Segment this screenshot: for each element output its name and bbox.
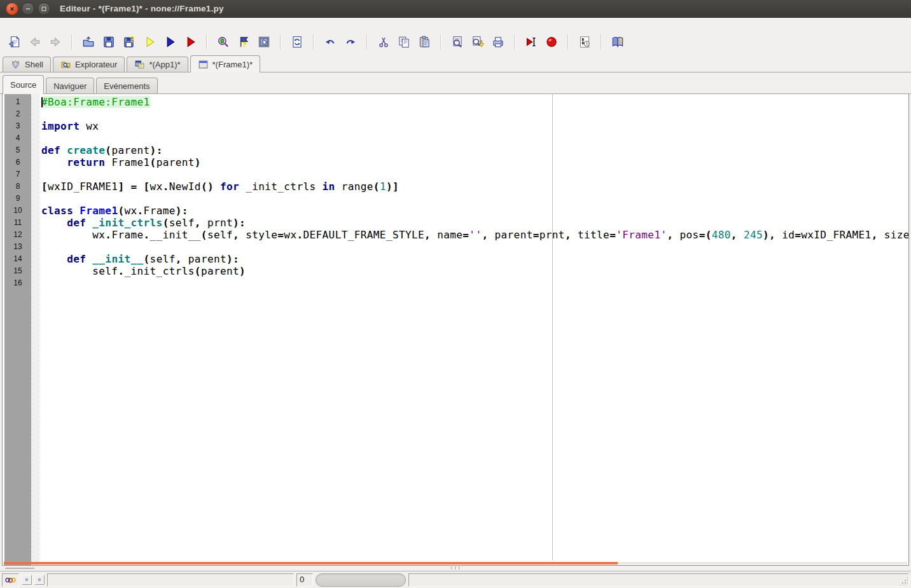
line-number: 16: [4, 277, 31, 289]
reload-icon: [290, 35, 304, 49]
tab-explorateur[interactable]: Explorateur: [53, 57, 125, 72]
help-button[interactable]: [609, 34, 626, 50]
line-number: 1: [4, 96, 31, 108]
toolbar-separator: [366, 34, 368, 50]
tab-label: Evénements: [104, 81, 150, 91]
open-button[interactable]: [80, 34, 97, 50]
tab-shell[interactable]: Shell: [3, 57, 51, 72]
check-source-button[interactable]: [141, 34, 158, 50]
todo-list-button[interactable]: [576, 34, 593, 50]
status-icon-panel: [2, 573, 19, 587]
toolbar-separator: [206, 34, 207, 50]
subtab-naviguer[interactable]: Naviguer: [46, 78, 94, 93]
run-application-button[interactable]: [162, 34, 178, 50]
explorer-icon: [60, 59, 71, 70]
print-button[interactable]: [490, 34, 506, 50]
sash-grip-icon: [0, 566, 911, 570]
redo-button[interactable]: [342, 34, 359, 50]
toolbar-separator: [567, 34, 569, 50]
redo-icon: [344, 35, 358, 49]
save-as-icon: [122, 35, 136, 49]
toggle-breakpoint-button[interactable]: [543, 34, 560, 50]
reload-button[interactable]: [289, 34, 305, 50]
forward-icon: [48, 35, 62, 49]
horizontal-scrollbar-thumb[interactable]: [4, 562, 618, 564]
code-line-12[interactable]: wx.Frame.__init__(self, style=wx.DEFAULT…: [41, 229, 908, 241]
window-maximize-button[interactable]: [38, 3, 50, 15]
find-again-icon: [471, 35, 485, 49]
run-module-button[interactable]: [182, 34, 198, 50]
copy-button[interactable]: [396, 34, 412, 50]
run-to-cursor-button[interactable]: [523, 34, 539, 50]
code-area[interactable]: #Boa:Frame:Frame1import wxdef create(par…: [39, 94, 908, 565]
debug-post-mortem-button[interactable]: [235, 34, 252, 50]
toggle-breakpoint-icon: [545, 35, 559, 49]
line-number: 6: [4, 156, 31, 168]
line-number: 8: [4, 181, 31, 193]
save-icon: [102, 35, 116, 49]
page-setup-button[interactable]: [6, 34, 23, 50]
code-editor[interactable]: 12345678910111213141516 #Boa:Frame:Frame…: [2, 94, 909, 566]
back-button[interactable]: [27, 34, 43, 50]
line-number-gutter: 12345678910111213141516: [4, 94, 31, 565]
code-line-4[interactable]: [41, 132, 908, 144]
tab-label: Source: [10, 80, 36, 90]
tab-frame1[interactable]: *(Frame1)*: [190, 55, 261, 72]
code-line-3[interactable]: import wx: [41, 120, 908, 132]
line-number: 4: [4, 132, 31, 144]
code-line-15[interactable]: self._init_ctrls(parent): [41, 265, 908, 277]
window-minimize-button[interactable]: [22, 3, 34, 15]
window-close-button[interactable]: [6, 3, 18, 15]
page-setup-icon: [8, 35, 22, 49]
find-again-button[interactable]: [469, 34, 486, 50]
toolbar-separator: [71, 34, 73, 50]
save-as-button[interactable]: [121, 34, 137, 50]
todo-list-icon: [578, 35, 592, 49]
code-line-1[interactable]: #Boa:Frame:Frame1: [41, 96, 908, 108]
code-line-16[interactable]: [41, 277, 908, 289]
forward-button[interactable]: [47, 34, 64, 50]
tab-label: *(Frame1)*: [212, 60, 253, 69]
debug-button[interactable]: [215, 34, 232, 50]
inspect-button[interactable]: [256, 34, 272, 50]
line-number: 10: [4, 205, 31, 217]
run-app-icon: [163, 35, 177, 49]
undo-button[interactable]: [322, 34, 338, 50]
status-next-button[interactable]: [34, 575, 45, 585]
code-line-13[interactable]: [41, 241, 908, 253]
cut-button[interactable]: [375, 34, 392, 50]
save-button[interactable]: [101, 34, 117, 50]
tab-label: *(App1)*: [149, 60, 180, 69]
code-line-11[interactable]: def _init_ctrls(self, prnt):: [41, 217, 908, 229]
tab-label: Naviguer: [53, 81, 87, 91]
run-module-icon: [183, 35, 197, 49]
code-line-9[interactable]: [41, 193, 908, 205]
tab-app1[interactable]: *(App1)*: [127, 57, 188, 72]
sash-splitter[interactable]: [0, 566, 911, 571]
subtab-source[interactable]: Source: [3, 75, 44, 94]
code-line-10[interactable]: class Frame1(wx.Frame):: [41, 205, 908, 217]
subtab-evenements[interactable]: Evénements: [96, 78, 157, 93]
cut-icon: [377, 35, 391, 49]
line-number: 3: [4, 120, 31, 132]
line-number: 11: [4, 217, 31, 229]
paste-button[interactable]: [416, 34, 433, 50]
toolbar-separator: [440, 34, 442, 50]
line-number: 12: [4, 229, 31, 241]
code-line-7[interactable]: [41, 168, 908, 181]
code-line-6[interactable]: return Frame1(parent): [41, 156, 908, 168]
status-prev-button[interactable]: [22, 575, 32, 585]
line-number: 15: [4, 265, 31, 277]
toolbar-separator: [313, 34, 314, 50]
run-to-cursor-icon: [524, 35, 538, 49]
resize-grip-icon[interactable]: [899, 577, 908, 585]
toolbar-separator: [280, 34, 281, 50]
find-button[interactable]: [449, 34, 466, 50]
print-icon: [491, 35, 505, 49]
editor-window: Editeur - *(Frame1)* - none://Frame1.py …: [0, 0, 911, 588]
code-line-14[interactable]: def __init__(self, parent):: [41, 253, 908, 265]
code-line-2[interactable]: [41, 108, 908, 120]
code-line-5[interactable]: def create(parent):: [41, 144, 908, 156]
debug-icon: [216, 35, 230, 49]
code-line-8[interactable]: [wxID_FRAME1] = [wx.NewId() for _init_ct…: [41, 181, 908, 193]
